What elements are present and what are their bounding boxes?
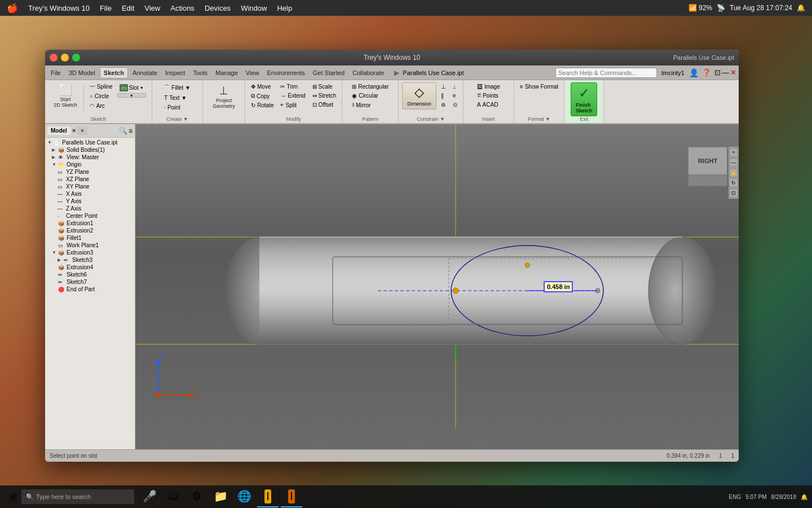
tree-item-sketch6[interactable]: ✏ Sketch6 [46,271,134,278]
mac-menu-file[interactable]: File [100,4,112,12]
stretch-button[interactable]: ⇔ Stretch [310,91,339,100]
tree-item-end-of-part[interactable]: 🔴 End of Part [46,286,134,293]
mac-notif[interactable]: 🔔 [797,4,805,12]
inspect-btn[interactable]: Inspect [162,67,188,78]
tree-item-solid-bodies[interactable]: ▶ 📦 Solid Bodies(1) [46,146,134,154]
slot-split-button[interactable]: ▭ Slot ▼ ▼ [117,82,146,98]
mac-menu-view[interactable]: View [144,4,160,12]
fillet-button[interactable]: ⌒ Fillet ▼ [162,82,193,93]
start-2d-sketch-button[interactable]: ⬜ Start2D Sketch [51,82,80,110]
constrain-btn5[interactable]: ≡ [451,91,460,100]
pan-btn[interactable]: ✋ [729,168,738,177]
manage-btn[interactable]: Manage [212,67,241,78]
image-button[interactable]: 🖼 Image [475,82,502,91]
get-started-btn[interactable]: Get Started [310,67,348,78]
trim-button[interactable]: ✂ Trim [278,82,307,91]
constrain-btn4[interactable]: ⟂ [451,82,460,91]
model-tab[interactable]: Model [47,126,70,135]
spline-button[interactable]: 〰 Spline [87,82,115,91]
taskbar-search[interactable]: 🔍 Type here to search [21,489,134,504]
taskbar-cortana[interactable]: 🎤 [139,486,160,507]
taskbar-settings[interactable]: ⚙ [186,486,208,507]
slot-arrow[interactable]: ▼ [117,93,146,98]
collaborate-btn[interactable]: Collaborate [349,67,387,78]
tree-item-yz-plane[interactable]: ▭ YZ Plane [46,168,134,176]
cube-face-right[interactable]: RIGHT [688,147,727,175]
tree-item-z-axis[interactable]: — Z Axis [46,205,134,212]
sketch-tab-btn[interactable]: Sketch [100,67,128,78]
zoom-in-btn[interactable]: + [729,148,738,157]
mac-menu-devices[interactable]: Devices [205,4,231,12]
taskbar-inventor1[interactable]: I [257,486,279,507]
help-icon[interactable]: ❓ [702,68,711,77]
extend-button[interactable]: ↔ Extend [278,91,307,100]
start-button[interactable]: ⊞ [5,488,21,505]
tree-item-extrusion2[interactable]: 📦 Extrusion2 [46,227,134,234]
mac-menu-actions[interactable]: Actions [170,4,195,12]
dimension-button[interactable]: ◇ Dimension [402,82,436,110]
tree-item-xz-plane[interactable]: ▭ XZ Plane [46,176,134,183]
tree-item-view-master[interactable]: ▶ 👁 View: Master [46,154,134,161]
view-btn[interactable]: View [242,67,263,78]
window-minimize-icon[interactable]: — [722,68,729,77]
copy-button[interactable]: ⧉ Copy [249,91,276,100]
constrain-btn2[interactable]: ∥ [439,91,448,100]
fit-btn[interactable]: ⊡ [729,189,738,198]
tools-btn[interactable]: Tools [189,67,211,78]
move-button[interactable]: ✥ Move [249,82,276,91]
constrain-btn6[interactable]: ⊙ [451,100,460,109]
zoom-out-btn[interactable]: — [729,158,738,167]
taskbar-chrome[interactable]: 🌐 [233,486,255,507]
user-icon[interactable]: 👤 [689,68,699,77]
rectangular-button[interactable]: ⊞ Rectangular [350,82,391,91]
window-minimize-button[interactable] [61,54,69,62]
window-controls[interactable] [50,54,80,62]
tree-item-work-plane[interactable]: ▭ Work Plane1 [46,242,134,249]
environments-btn[interactable]: Environments [264,67,308,78]
finish-sketch-button[interactable]: ✓ FinishSketch [571,82,598,116]
tree-item-origin[interactable]: ▼ 📁 Origin [46,161,134,168]
taskbar-explorer[interactable]: 📁 [210,486,231,507]
mac-menu-help[interactable]: Help [277,4,292,12]
add-panel-tab[interactable]: + [77,126,87,135]
3d-model-btn[interactable]: 3D Model [65,67,99,78]
tree-item-xy-plane[interactable]: ▭ XY Plane [46,183,134,190]
window-close-icon[interactable]: ✕ [730,68,736,77]
taskbar-inventor2[interactable]: I [281,486,302,507]
tree-item-extrusion1[interactable]: 📦 Extrusion1 [46,220,134,227]
mac-menu-edit[interactable]: Edit [122,4,134,12]
scale-button[interactable]: ⊞ Scale [310,82,339,91]
circle-button[interactable]: ○ Circle [87,92,115,100]
help-search-input[interactable] [555,68,657,78]
tree-item-y-axis[interactable]: — Y Axis [46,198,134,205]
file-btn[interactable]: File [47,67,64,78]
panel-close[interactable]: ✕ [72,128,76,134]
tree-item-extrusion3[interactable]: ▼ 📦 Extrusion3 [46,249,134,256]
tree-item-sketch3[interactable]: ▶ ✏ Sketch3 [46,256,134,264]
tree-item-x-axis[interactable]: — X Axis [46,190,134,198]
circular-button[interactable]: ◉ Circular [350,91,391,100]
offset-button[interactable]: ⊡ Offset [310,100,339,109]
points-button[interactable]: ⠿ Points [475,91,502,100]
apple-icon[interactable]: 🍎 [7,3,18,14]
panel-search-icon[interactable]: 🔍 [119,127,127,135]
dimension-input[interactable]: 0.458 in [544,281,573,292]
mac-menu-window[interactable]: Window [241,4,267,12]
constrain-btn3[interactable]: ⊜ [439,100,448,109]
window-close-button[interactable] [50,54,58,62]
tree-item-sketch7[interactable]: ✏ Sketch7 [46,278,134,286]
rotate-view-btn[interactable]: ↻ [729,178,738,187]
taskbar-notif-icon[interactable]: 🔔 [801,494,807,500]
window-restore-icon[interactable]: ⊡ [714,68,721,77]
taskbar-task-view[interactable]: 🗂 [162,486,184,507]
viewport[interactable]: Z Y [135,124,739,449]
mirror-button[interactable]: ⫴ Mirror [350,100,391,110]
rotate-button[interactable]: ↻ Rotate [249,101,276,110]
text-button[interactable]: T Text ▼ [162,94,193,102]
tree-item-file[interactable]: ▼ 📄 Parallels Use Case.ipt [46,139,134,146]
tree-item-extrusion4[interactable]: 📦 Extrusion4 [46,264,134,271]
panel-menu-icon[interactable]: ≡ [129,127,133,135]
window-maximize-button[interactable] [72,54,80,62]
view-cube[interactable]: RIGHT [688,147,727,192]
point-button[interactable]: · Point [162,103,193,112]
